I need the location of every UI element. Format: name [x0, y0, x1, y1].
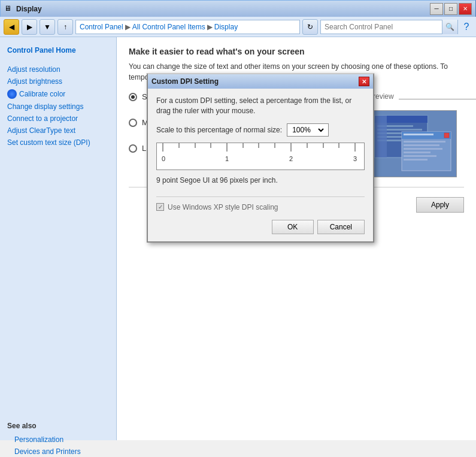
- close-button[interactable]: ✕: [459, 3, 472, 15]
- minimize-button[interactable]: ─: [430, 3, 443, 15]
- calibrate-label: Calibrate color: [19, 90, 65, 98]
- dpi-info: 9 point Segoe UI at 96 pixels per inch.: [156, 176, 365, 188]
- dialog-close-button[interactable]: ✕: [359, 77, 369, 86]
- checkbox-row: ✓ Use Windows XP style DPI scaling: [156, 203, 365, 211]
- path-home[interactable]: Control Panel: [80, 23, 123, 31]
- cancel-button[interactable]: Cancel: [317, 220, 365, 234]
- path-items[interactable]: All Control Panel Items: [132, 23, 205, 31]
- dialog-divider: [156, 196, 365, 197]
- sidebar-item-calibrate[interactable]: Calibrate color: [0, 87, 116, 101]
- dialog-buttons: OK Cancel: [156, 220, 365, 234]
- see-also-title: See also: [7, 422, 109, 430]
- preview-image: [368, 110, 457, 177]
- content-title: Make it easier to read what's on your sc…: [129, 47, 464, 56]
- title-bar: 🖥 Display ─ □ ✕: [0, 0, 476, 17]
- sidebar: Control Panel Home Adjust resolution Adj…: [0, 37, 117, 440]
- window-icon: 🖥: [4, 4, 14, 14]
- svg-text:0: 0: [162, 155, 165, 162]
- svg-rect-17: [404, 159, 428, 161]
- forward-button[interactable]: ▶: [22, 19, 37, 35]
- sidebar-item-home[interactable]: Control Panel Home: [0, 44, 116, 56]
- scale-dropdown[interactable]: 100% 125% 150%: [290, 124, 326, 136]
- sidebar-item-devices-printers[interactable]: Devices and Printers: [7, 446, 109, 457]
- dialog-title: Custom DPI Setting: [151, 77, 219, 86]
- apply-button[interactable]: Apply: [416, 197, 464, 213]
- help-button[interactable]: ?: [460, 21, 472, 33]
- svg-text:3: 3: [353, 155, 357, 162]
- ok-button[interactable]: OK: [272, 220, 314, 234]
- radio-larger[interactable]: [129, 144, 137, 153]
- svg-rect-15: [404, 152, 430, 153]
- dialog-description: For a custom DPI setting, select a perce…: [156, 96, 365, 116]
- sidebar-item-resolution[interactable]: Adjust resolution: [0, 63, 116, 75]
- sidebar-item-projector[interactable]: Connect to a projector: [0, 113, 116, 125]
- svg-rect-8: [375, 116, 387, 158]
- sidebar-item-brightness[interactable]: Adjust brightness: [0, 75, 116, 87]
- sidebar-item-dpi[interactable]: Set custom text size (DPI): [0, 137, 116, 149]
- window-title: Display: [16, 5, 430, 13]
- dialog-title-bar: Custom DPI Setting ✕: [148, 74, 373, 89]
- radio-smaller[interactable]: [129, 93, 137, 101]
- calibrate-icon: [7, 89, 17, 99]
- svg-rect-18: [444, 133, 449, 138]
- search-input[interactable]: [321, 20, 442, 34]
- see-also-section: See also Personalization Devices and Pri…: [0, 422, 116, 457]
- svg-rect-12: [404, 141, 445, 143]
- address-path: Control Panel ▶ All Control Panel Items …: [75, 20, 300, 34]
- svg-rect-11: [404, 134, 433, 135]
- maximize-button[interactable]: □: [444, 3, 457, 15]
- main-layout: Control Panel Home Adjust resolution Adj…: [0, 37, 476, 440]
- path-current[interactable]: Display: [214, 23, 238, 31]
- custom-dpi-dialog: Custom DPI Setting ✕ For a custom DPI se…: [147, 73, 374, 243]
- svg-text:1: 1: [225, 155, 229, 162]
- refresh-button[interactable]: ↻: [302, 19, 318, 35]
- sidebar-item-display-settings[interactable]: Change display settings: [0, 101, 116, 113]
- scale-select[interactable]: 100% 125% 150%: [287, 123, 329, 137]
- search-button[interactable]: 🔍: [442, 20, 457, 34]
- address-bar: ◀ ▶ ▼ ↑ Control Panel ▶ All Control Pane…: [0, 17, 476, 37]
- scale-label: Scale to this percentage of normal size:: [156, 126, 282, 134]
- sidebar-item-personalization[interactable]: Personalization: [7, 434, 109, 446]
- svg-rect-14: [404, 148, 442, 150]
- radio-medium[interactable]: [129, 119, 137, 127]
- search-box: 🔍: [320, 20, 458, 34]
- dialog-body: For a custom DPI setting, select a perce…: [148, 89, 373, 241]
- dpi-ruler[interactable]: 0 1 2 3: [156, 143, 365, 170]
- back-button[interactable]: ◀: [4, 19, 19, 35]
- scale-row: Scale to this percentage of normal size:…: [156, 123, 365, 137]
- sidebar-item-cleartype[interactable]: Adjust ClearType text: [0, 125, 116, 137]
- content-area: Make it easier to read what's on your sc…: [117, 37, 476, 440]
- checkbox-label: Use Windows XP style DPI scaling: [168, 203, 278, 211]
- svg-rect-16: [404, 155, 436, 157]
- xp-style-checkbox[interactable]: ✓: [156, 203, 164, 211]
- up-button[interactable]: ↑: [57, 19, 73, 35]
- svg-rect-13: [404, 144, 439, 146]
- preview-column: Preview: [368, 92, 464, 177]
- svg-text:2: 2: [289, 155, 293, 162]
- window-controls: ─ □ ✕: [430, 3, 472, 15]
- dropdown-button[interactable]: ▼: [40, 19, 55, 35]
